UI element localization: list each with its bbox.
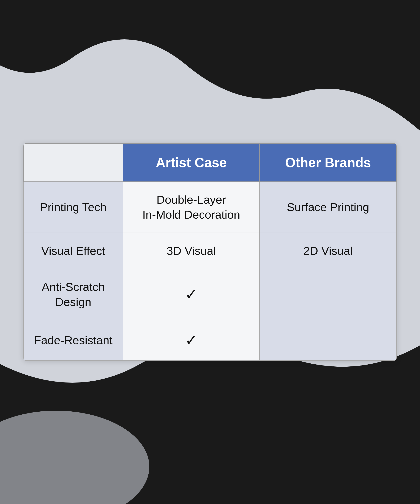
feature-anti-scratch: Anti-ScratchDesign <box>24 269 123 320</box>
artist-fade-resistant-value: ✓ <box>123 320 260 361</box>
feature-fade-resistant: Fade-Resistant <box>24 320 123 361</box>
other-anti-scratch-value <box>260 269 396 320</box>
other-fade-resistant-value <box>260 320 396 361</box>
feature-printing-tech: Printing Tech <box>24 182 123 233</box>
artist-visual-effect-value: 3D Visual <box>123 233 260 269</box>
other-printing-tech-value: Surface Printing <box>260 182 396 233</box>
row-fade-resistant: Fade-Resistant ✓ <box>24 320 396 361</box>
row-visual-effect: Visual Effect 3D Visual 2D Visual <box>24 233 396 269</box>
artist-printing-tech-value: Double-LayerIn-Mold Decoration <box>123 182 260 233</box>
row-anti-scratch: Anti-ScratchDesign ✓ <box>24 269 396 320</box>
checkmark-fade-resistant-artist: ✓ <box>185 332 198 348</box>
feature-visual-effect: Visual Effect <box>24 233 123 269</box>
header-other-brands: Other Brands <box>260 143 396 182</box>
artist-anti-scratch-value: ✓ <box>123 269 260 320</box>
header-artist-case: Artist Case <box>123 143 260 182</box>
header-row: Artist Case Other Brands <box>24 143 396 182</box>
row-printing-tech: Printing Tech Double-LayerIn-Mold Decora… <box>24 182 396 233</box>
comparison-table: Artist Case Other Brands Printing Tech D… <box>23 143 397 361</box>
header-feature <box>24 143 123 182</box>
other-visual-effect-value: 2D Visual <box>260 233 396 269</box>
checkmark-anti-scratch-artist: ✓ <box>185 286 198 303</box>
page-container: Artist Case Other Brands Printing Tech D… <box>0 0 420 504</box>
